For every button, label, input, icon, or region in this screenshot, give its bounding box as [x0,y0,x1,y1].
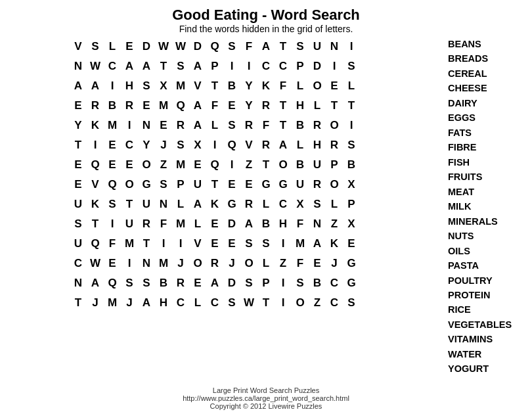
grid-cell: S [257,234,275,254]
grid-cell: E [223,96,240,116]
grid-cell: R [138,214,155,234]
grid-cell: R [172,116,189,135]
grid-cell: G [223,195,240,214]
grid-cell: C [172,293,189,313]
grid-cell: I [121,116,138,135]
grid-cell: E [138,96,155,116]
grid-cell: Q [87,234,104,254]
grid-cell: L [104,37,121,57]
word-item: YOGURT [448,361,525,376]
grid-cell: I [326,57,343,76]
grid-cell: O [138,155,155,175]
grid-cell: S [223,116,240,135]
grid-cell: F [155,214,172,234]
grid-cell: E [343,234,360,254]
grid-cell: M [172,76,189,96]
grid-cell: S [138,273,155,293]
grid-cell: M [292,234,309,254]
grid-cell: Z [275,254,292,273]
grid-cell: T [87,214,104,234]
grid-cell [360,175,377,195]
word-item: VITAMINS [448,332,525,346]
grid-cell: U [309,37,326,57]
grid-cell: S [223,37,240,57]
word-item: FISH [448,155,525,170]
grid-cell: E [189,155,206,175]
grid-cell: L [292,135,309,155]
footer-line2: http://www.puzzles.ca/large_print_word_s… [183,394,349,402]
grid-cell: F [104,234,121,254]
grid-cell: I [223,57,240,76]
grid-cell: R [309,175,326,195]
grid-cell: L [326,195,343,214]
grid-cell: S [138,76,155,96]
grid-cell: S [292,273,309,293]
grid-cell: N [138,254,155,273]
grid-cell: W [172,37,189,57]
grid-cell: T [206,76,223,96]
grid-cell: S [172,57,189,76]
grid-cell: O [240,254,257,273]
word-item: FIBRE [448,140,525,154]
grid-cell: A [138,293,155,313]
grid-cell: I [206,135,223,155]
grid-cell: F [292,214,309,234]
grid-cell: A [70,76,87,96]
grid-cell [360,37,377,57]
word-item: FATS [448,126,525,140]
grid-cell: R [87,96,104,116]
word-item: POULTRY [448,273,525,288]
page: Good Eating - Word Search Find the words… [0,0,532,414]
grid-cell: R [257,96,275,116]
grid-cell: Y [240,96,257,116]
page-title: Good Eating - Word Search [172,7,360,24]
grid-cell: Z [309,293,326,313]
grid-cell: K [87,116,104,135]
grid-cell: S [343,135,360,155]
grid-cell: V [240,135,257,155]
grid-cell: S [172,135,189,155]
grid-cell: O [292,293,309,313]
grid-cell: Q [172,96,189,116]
grid-cell: L [189,214,206,234]
grid-cell: E [326,76,343,96]
grid-cell: R [326,135,343,155]
grid-cell: M [172,155,189,175]
grid-cell: P [206,57,223,76]
grid-cell: L [257,254,275,273]
page-subtitle: Find the words hidden in the grid of let… [172,24,360,34]
grid-cell: L [292,76,309,96]
grid-cell: P [326,155,343,175]
grid-cell: T [70,135,87,155]
grid-cell: O [275,155,292,175]
grid-cell: Q [206,37,223,57]
grid-cell: O [326,116,343,135]
grid-cell: D [138,37,155,57]
grid-cell: W [240,293,257,313]
grid-cell: C [121,135,138,155]
grid-cell: B [104,96,121,116]
grid-cell: O [309,76,326,96]
grid-cell: Z [326,214,343,234]
grid-cell: E [104,254,121,273]
grid-cell: A [189,96,206,116]
grid-cell: T [275,116,292,135]
word-list: BEANSBREADSCEREALCHEESEDAIRYEGGSFATSFIBR… [440,37,525,377]
grid-cell [360,116,377,135]
grid-cell [360,273,377,293]
grid-cell: J [326,254,343,273]
grid-cell: X [343,175,360,195]
grid-cell: Y [70,116,87,135]
grid-cell: K [326,234,343,254]
word-item: RICE [448,302,525,317]
grid-cell [360,135,377,155]
grid-cell: D [223,273,240,293]
grid-cell: Q [223,135,240,155]
grid-cell: M [155,96,172,116]
grid-cell: C [275,195,292,214]
word-item: EGGS [448,110,525,125]
grid-cell: N [138,116,155,135]
grid-cell: U [70,234,87,254]
grid-cell: S [343,293,360,313]
grid-cell: P [292,57,309,76]
